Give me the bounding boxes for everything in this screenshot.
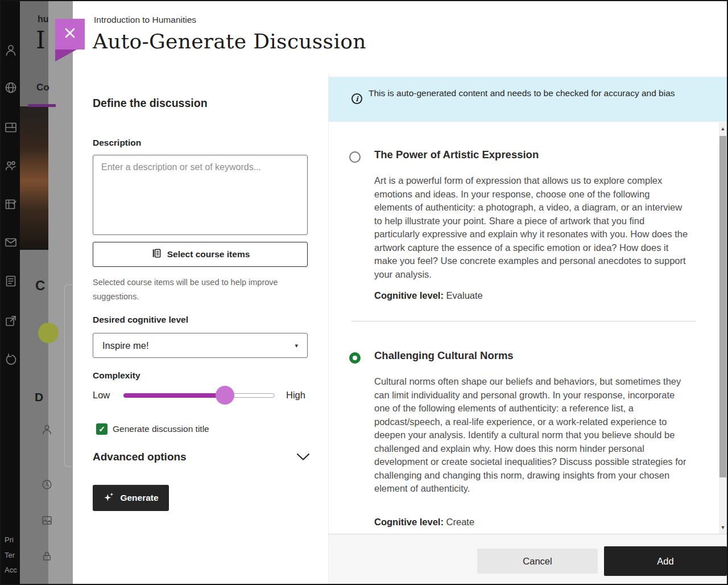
generate-button[interactable]: Generate <box>93 485 169 511</box>
generate-title-label: Generate discussion title <box>113 424 209 434</box>
close-icon <box>64 27 76 42</box>
options-divider <box>351 321 696 322</box>
courses-icon <box>4 121 18 134</box>
modal-footer: Cancel Add <box>329 534 728 585</box>
page-title: Auto-Generate Discussion <box>93 30 366 53</box>
accessibility-link-fragment: Acc <box>5 566 17 574</box>
dimmed-course-page: hu I Co C D <box>20 0 73 585</box>
screen: Pri Ter Acc hu I Co C D Introduction to … <box>0 0 728 585</box>
complexity-label: Complexity <box>93 370 140 381</box>
sign-out-icon <box>4 353 18 366</box>
cognitive-level-label: Desired cognitive level <box>93 315 188 325</box>
option-2-body: Cultural norms often shape our beliefs a… <box>374 375 690 496</box>
close-button[interactable] <box>55 19 85 50</box>
scrollbar[interactable]: ▲ ▼ <box>719 122 727 534</box>
scroll-up-icon[interactable]: ▲ <box>719 126 727 131</box>
course-items-helper-text: Selected course items will be used to he… <box>93 275 302 304</box>
description-input[interactable] <box>93 155 308 235</box>
generate-title-checkbox[interactable]: ✓ <box>96 423 107 435</box>
option-2-title: Challenging Cultural Norms <box>374 349 514 362</box>
messages-icon <box>4 236 18 249</box>
advanced-options-toggle[interactable]: Advanced options <box>93 451 187 463</box>
form-heading: Define the discussion <box>93 97 208 110</box>
app-sidebar: Pri Ter Acc <box>0 0 20 585</box>
add-button[interactable]: Add <box>604 546 727 576</box>
option-2-cognitive-level: Cognitive level: Create <box>374 517 474 528</box>
cancel-button[interactable]: Cancel <box>477 549 598 574</box>
details-heading-fragment: D <box>35 390 43 404</box>
suggestions-panel: i This is auto-generated content and nee… <box>328 74 728 585</box>
define-discussion-panel: Define the discussion Description Select… <box>73 74 328 585</box>
terms-link-fragment: Ter <box>5 551 15 559</box>
select-course-items-button[interactable]: Select course items <box>93 242 308 267</box>
course-items-icon <box>151 248 162 261</box>
content-heading-fragment: C <box>35 278 45 294</box>
avatar <box>38 323 59 343</box>
info-icon: i <box>351 93 362 104</box>
complexity-slider-thumb[interactable] <box>216 386 234 405</box>
active-tab-underline <box>28 104 56 107</box>
privacy-link-fragment: Pri <box>5 535 14 544</box>
breadcrumb-fragment: hu <box>38 14 49 24</box>
participants-icon <box>41 423 53 435</box>
chevron-down-icon[interactable] <box>296 453 310 463</box>
option-1-body: Art is a powerful form of expression tha… <box>374 174 690 281</box>
scroll-down-icon[interactable]: ▼ <box>719 525 727 530</box>
option-2-radio[interactable] <box>349 352 361 364</box>
content-tab-fragment: Co <box>36 82 49 93</box>
tools-icon <box>4 314 18 328</box>
ai-warning-banner: i This is auto-generated content and nee… <box>329 77 728 122</box>
organizations-icon <box>4 159 18 172</box>
option-1-title: The Power of Artistic Expression <box>374 149 539 161</box>
complexity-slider-track[interactable] <box>123 393 275 398</box>
ai-warning-text: This is auto-generated content and needs… <box>369 86 710 101</box>
image-icon <box>41 514 53 526</box>
auto-generate-discussion-modal: Introduction to Humanities Auto-Generate… <box>73 0 728 585</box>
grades-icon <box>4 197 18 211</box>
option-1-cognitive-level: Cognitive level: Evaluate <box>374 290 483 301</box>
complexity-high-label: High <box>286 390 305 401</box>
scrollbar-thumb[interactable] <box>719 136 726 477</box>
option-1-radio[interactable] <box>349 151 361 163</box>
profile-icon <box>4 43 18 57</box>
generate-button-label: Generate <box>120 493 158 503</box>
check-icon: ✓ <box>98 425 105 434</box>
sparkle-icon <box>103 491 115 505</box>
lock-icon <box>41 550 53 562</box>
globe-icon <box>4 81 18 94</box>
caret-down-icon: ▾ <box>295 342 298 349</box>
cognitive-level-value: Inspire me! <box>102 340 149 351</box>
cognitive-level-select[interactable]: Inspire me! ▾ <box>93 333 308 358</box>
clock-icon <box>41 479 53 491</box>
course-title-fragment: I <box>36 26 46 54</box>
breadcrumb: Introduction to Humanities <box>94 15 196 25</box>
complexity-low-label: Low <box>93 390 110 401</box>
activity-stream-icon <box>4 274 18 288</box>
select-course-items-label: Select course items <box>167 249 250 259</box>
complexity-slider-fill <box>123 393 224 398</box>
description-label: Description <box>93 138 141 148</box>
